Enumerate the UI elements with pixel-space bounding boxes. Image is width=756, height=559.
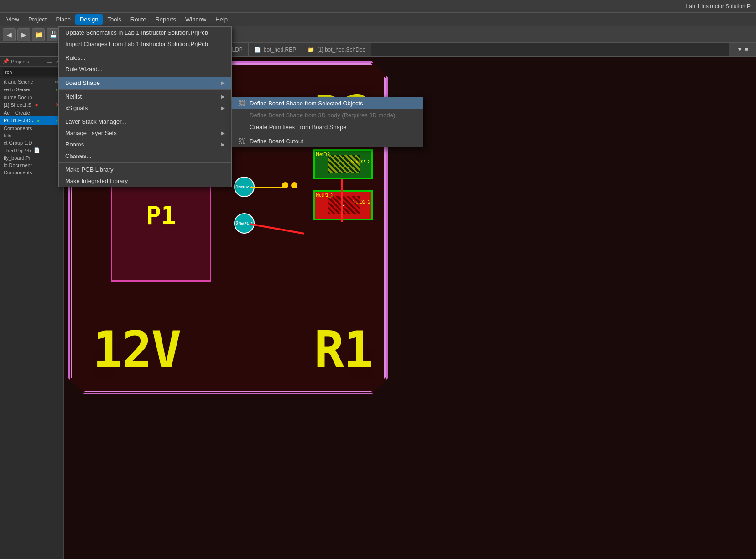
menu-item-rules-label: Rules... (65, 54, 85, 61)
menu-help[interactable]: Help (211, 14, 232, 25)
submenu-item-define-cutout[interactable]: Define Board Cutout (232, 135, 423, 147)
sidebar-item-nets[interactable]: lets (0, 132, 63, 139)
define-from-selected-icon (239, 99, 246, 107)
pcb-trace2 (341, 179, 343, 222)
submenu-item-define-from-selected-label: Define Board Shape from Selected Objects (250, 100, 363, 107)
menu-window[interactable]: Window (181, 14, 211, 25)
filter-icon: ▼ (737, 46, 743, 53)
sidebar-minimize[interactable]: — (46, 59, 52, 64)
toolbar-forward[interactable]: ▶ (17, 28, 30, 41)
sidebar-hedprjpcb-icon: 📄 (34, 147, 40, 153)
sidebar-item-hedprjpcb-label: _hed.PrjPcb (4, 148, 31, 153)
toolbar-save[interactable]: 💾 (47, 28, 59, 41)
design-dropdown[interactable]: Update Schematics in Lab 1 Instructor So… (58, 26, 232, 187)
menu-item-rule-wizard[interactable]: Rule Wizard... (59, 63, 231, 75)
menu-item-manage-layer-sets[interactable]: Manage Layer Sets ▶ (59, 127, 231, 139)
svg-rect-3 (241, 140, 244, 142)
menu-item-update-schematics[interactable]: Update Schematics in Lab 1 Instructor So… (59, 27, 231, 38)
submenu-item-create-primitives[interactable]: Create Primitives From Board Shape (232, 121, 423, 133)
sidebar-item-nodoc-label: lo Document (4, 162, 32, 168)
menu-view[interactable]: View (2, 14, 24, 25)
menu-item-make-integrated-library[interactable]: Make Integrated Library (59, 175, 231, 187)
menu-place[interactable]: Place (51, 14, 75, 25)
menu-item-rules[interactable]: Rules... (59, 52, 231, 63)
sidebar-item-artandsci-label: rt and Scienc (4, 79, 33, 84)
xsignals-arrow: ▶ (221, 105, 225, 110)
search-input[interactable] (3, 68, 61, 76)
menu-item-rule-wizard-label: Rule Wizard... (65, 66, 103, 73)
sidebar: 📌 Projects — ✕ rt and Scienc ••• ve to S… (0, 57, 64, 559)
menu-item-classes-label: Classes... (65, 152, 91, 159)
sidebar-item-sourcedoc-label: ource Docun (4, 94, 32, 100)
create-primitives-icon (239, 123, 246, 131)
toolbar-folder[interactable]: 📁 (32, 28, 45, 41)
pcb-dot1 (282, 182, 288, 188)
menu-item-manage-layer-sets-label: Manage Layer Sets (65, 130, 117, 136)
svg-rect-1 (240, 101, 244, 105)
menu-route[interactable]: Route (126, 14, 151, 25)
board-shape-arrow: ▶ (221, 80, 225, 85)
pcb-label-r1: R1 (314, 321, 373, 379)
sidebar-item-flyboard-label: fly_board.Pr (4, 155, 31, 161)
sidebar-item-acl[interactable]: Acl+ Create (0, 109, 63, 116)
tab-bothedschdoc-icon: 📁 (308, 47, 314, 53)
define-from-3d-icon (239, 111, 246, 119)
sidebar-item-artandsci[interactable]: rt and Scienc ••• (0, 78, 63, 85)
sidebar-item-nodoc[interactable]: lo Document (0, 162, 63, 169)
rooms-arrow: ▶ (221, 142, 225, 147)
sidebar-title: Projects (11, 59, 29, 64)
tab-bothedschdoc[interactable]: 📁 [1] bot_hed.SchDoc (302, 43, 371, 57)
menu-item-make-pcb-library[interactable]: Make PCB Library (59, 164, 231, 175)
menu-item-classes[interactable]: Classes... (59, 150, 231, 162)
submenu-item-create-primitives-label: Create Primitives From Board Shape (250, 124, 346, 131)
menu-item-xsignals[interactable]: xSignals ▶ (59, 102, 231, 114)
sidebar-item-sourcedoc[interactable]: ource Docun (0, 94, 63, 101)
menu-item-make-integrated-library-label: Make Integrated Library (65, 178, 128, 184)
submenu-item-define-from-3d: Define Board Shape from 3D body (Require… (232, 109, 423, 121)
submenu-item-define-cutout-label: Define Board Cutout (250, 138, 303, 145)
separator1 (59, 51, 231, 51)
sidebar-item-sheet1[interactable]: [1] Sheet1.S ● ✕ (0, 101, 63, 109)
sidebar-item-components2-label: Components (4, 170, 32, 175)
menu-item-layer-stack[interactable]: Layer Stack Manager... (59, 116, 231, 127)
sidebar-item-hedprjpcb[interactable]: _hed.PrjPcb 📄 (0, 146, 63, 154)
toolbar-back[interactable]: ◀ (3, 28, 16, 41)
filter-button[interactable]: ▼ ≡ (729, 43, 756, 57)
sidebar-item-components-label: Components (4, 125, 32, 131)
sidebar-item-pcb1-label: PCB1.PcbDc (4, 118, 33, 123)
submenu-item-define-from-selected[interactable]: Define Board Shape from Selected Objects (232, 97, 423, 109)
sidebar-item-ctgroup[interactable]: ct Group 1.D (0, 139, 63, 146)
menu-reports[interactable]: Reports (151, 14, 181, 25)
sidebar-pcb1-dot: ● (36, 117, 40, 124)
sidebar-pin-icon: 📌 (3, 58, 9, 64)
separator5 (59, 162, 231, 163)
menu-item-rooms[interactable]: Rooms ▶ (59, 139, 231, 150)
menu-item-import-changes[interactable]: Import Changes From Lab 1 Instructor Sol… (59, 38, 231, 50)
menu-design[interactable]: Design (75, 14, 103, 25)
sidebar-item-components[interactable]: Components (0, 125, 63, 132)
menu-item-board-shape[interactable]: Board Shape ▶ (59, 77, 231, 89)
tab-bothedirep[interactable]: 📄 bot_hed.REP (249, 43, 302, 57)
submenu-item-define-from-3d-label: Define Board Shape from 3D body (Require… (250, 112, 395, 119)
sidebar-item-flyboard[interactable]: fly_board.Pr (0, 154, 63, 162)
sidebar-sheet1-dot: ● (35, 102, 38, 108)
sidebar-item-components2[interactable]: Components (0, 169, 63, 176)
menu-item-update-schematics-label: Update Schematics in Lab 1 Instructor So… (65, 29, 208, 36)
sidebar-item-ctgroup-label: ct Group 1.D (4, 140, 32, 146)
title-text: Lab 1 Instructor Solution.P (686, 3, 751, 10)
pcb-p1-label: P1 (146, 201, 176, 230)
filter-label: ≡ (745, 46, 748, 53)
title-bar: Lab 1 Instructor Solution.P (0, 0, 756, 13)
menu-tools[interactable]: Tools (103, 14, 125, 25)
menu-item-netlist[interactable]: Netlist ▶ (59, 91, 231, 102)
sidebar-item-sheet1-label: [1] Sheet1.S (4, 102, 31, 108)
sidebar-item-toserver[interactable]: ve to Server ✓ (0, 85, 63, 94)
menu-project[interactable]: Project (24, 14, 51, 25)
board-shape-submenu[interactable]: Define Board Shape from Selected Objects… (232, 97, 423, 147)
sidebar-item-pcb1[interactable]: PCB1.PcbDc ● ✓ (0, 116, 63, 125)
define-cutout-icon (239, 137, 246, 145)
menu-item-netlist-label: Netlist (65, 93, 82, 100)
pcb-label-12v: 12V (93, 321, 181, 379)
menu-item-board-shape-label: Board Shape (65, 79, 100, 86)
netlist-arrow: ▶ (221, 94, 225, 99)
